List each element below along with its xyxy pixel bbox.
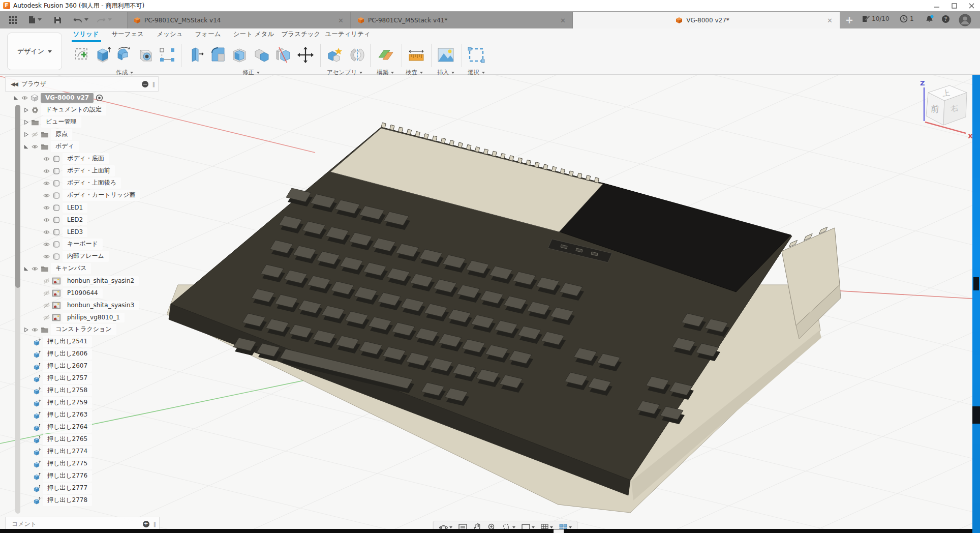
app-grid-icon[interactable] — [7, 14, 18, 25]
tree-item[interactable]: philips_vg8010_1 — [5, 311, 159, 323]
close-tab-icon[interactable]: ✕ — [336, 17, 345, 24]
press-pull-icon[interactable] — [187, 44, 206, 66]
undo-menu-caret[interactable] — [84, 18, 88, 21]
document-tab-3-active[interactable]: VG-8000 v27* ✕ — [573, 12, 840, 28]
collapse-panel-icon[interactable]: ◀◀ — [11, 81, 17, 87]
feature-item[interactable]: 押し出し2774 — [5, 446, 159, 458]
tree-item[interactable]: キーボード — [5, 238, 159, 250]
tree-item[interactable]: ボディ・上面後ろ — [5, 177, 159, 189]
tree-item[interactable]: LED2 — [5, 214, 159, 226]
panel-grip-icon[interactable]: ‖ — [152, 81, 156, 87]
panel-options-icon[interactable] — [142, 81, 148, 87]
visibility-eye-icon[interactable] — [31, 131, 39, 138]
revolve-icon[interactable] — [115, 44, 134, 66]
document-tab-2[interactable]: PC-9801CV_M5Stack v41* ✕ — [351, 12, 573, 28]
tree-item[interactable]: P1090644 — [5, 287, 159, 299]
visibility-eye-icon[interactable] — [43, 314, 50, 321]
visibility-eye-icon[interactable] — [21, 95, 28, 101]
create-sketch-icon[interactable] — [73, 44, 93, 66]
viewcube[interactable]: Z X 上 前 右 — [911, 76, 976, 153]
feature-item[interactable]: 押し出し2757 — [5, 372, 159, 384]
visibility-eye-icon[interactable] — [43, 192, 50, 199]
feature-item[interactable]: 押し出し2765 — [5, 433, 159, 446]
tree-item[interactable]: ボディ・底面 — [5, 153, 159, 165]
expand-arrow-icon[interactable] — [23, 327, 29, 333]
visibility-eye-icon[interactable] — [43, 156, 50, 162]
visibility-eye-icon[interactable] — [43, 229, 50, 235]
visibility-eye-icon[interactable] — [43, 290, 50, 297]
tree-item[interactable]: LED1 — [5, 201, 159, 214]
combine-icon[interactable] — [252, 44, 271, 66]
construction-plane-icon[interactable] — [376, 44, 395, 66]
feature-item[interactable]: 押し出し2606 — [5, 348, 159, 360]
feature-item[interactable]: 押し出し2763 — [5, 409, 159, 421]
tree-item[interactable]: ビュー管理 — [5, 116, 159, 128]
visibility-eye-icon[interactable] — [43, 241, 50, 248]
save-icon[interactable] — [52, 14, 63, 25]
document-tab-1[interactable]: PC-9801CV_M5Stack v14 ✕ — [127, 12, 351, 28]
redo-icon[interactable] — [96, 14, 107, 25]
extrude-icon[interactable] — [94, 44, 113, 66]
tree-item[interactable]: ドキュメントの設定 — [5, 104, 159, 116]
workspace-selector[interactable]: デザイン — [7, 33, 62, 70]
tree-item[interactable]: コンストラクション — [5, 323, 159, 336]
help-button[interactable]: ? — [941, 15, 950, 23]
expand-arrow-icon[interactable] — [13, 95, 19, 101]
feature-item[interactable]: 押し出し2778 — [5, 494, 159, 507]
feature-item[interactable]: 押し出し2758 — [5, 384, 159, 397]
visibility-eye-icon[interactable] — [43, 253, 50, 260]
fillet-icon[interactable] — [208, 44, 228, 66]
file-new-icon[interactable] — [26, 14, 38, 25]
job-status-button[interactable]: 10/10 — [862, 15, 890, 23]
browser-scrollbar-thumb[interactable] — [15, 105, 20, 288]
expand-arrow-icon[interactable] — [23, 266, 29, 272]
select-icon[interactable] — [467, 44, 486, 66]
redo-menu-caret[interactable] — [108, 18, 112, 21]
feature-item[interactable]: 押し出し2764 — [5, 421, 159, 433]
tree-item[interactable]: honbun_shita_syasin2 — [5, 275, 159, 287]
tree-root-component[interactable]: VG-8000 v27 — [5, 92, 159, 104]
feature-item[interactable]: 押し出し2777 — [5, 482, 159, 494]
tree-item[interactable]: LED3 — [5, 226, 159, 238]
feature-item[interactable]: 押し出し2541 — [5, 336, 159, 348]
insert-canvas-icon[interactable] — [436, 44, 455, 66]
expand-arrow-icon[interactable] — [23, 144, 29, 150]
feature-item[interactable]: 押し出し2607 — [5, 360, 159, 372]
visibility-eye-icon[interactable] — [43, 204, 50, 211]
maximize-button[interactable] — [945, 0, 963, 11]
activate-radio-icon[interactable] — [96, 94, 103, 102]
tree-item[interactable]: キャンバス — [5, 262, 159, 275]
tree-item[interactable]: ボディ・カートリッジ蓋 — [5, 189, 159, 201]
visibility-eye-icon[interactable] — [43, 302, 50, 309]
expand-arrow-icon[interactable] — [23, 132, 29, 137]
feature-item[interactable]: 押し出し2776 — [5, 470, 159, 482]
file-menu-caret[interactable] — [38, 18, 42, 21]
add-tab-button[interactable]: + — [844, 15, 855, 25]
pattern-icon[interactable] — [158, 44, 177, 66]
joint-icon[interactable] — [348, 44, 367, 66]
expand-arrow-icon[interactable] — [23, 107, 29, 113]
close-tab-icon[interactable]: ✕ — [559, 17, 567, 24]
feature-item[interactable]: 押し出し2759 — [5, 397, 159, 409]
undo-icon[interactable] — [72, 14, 83, 25]
account-button[interactable] — [959, 14, 971, 26]
visibility-eye-icon[interactable] — [43, 217, 50, 223]
tree-item[interactable]: honbun_shita_syasin3 — [5, 299, 159, 311]
history-button[interactable]: 1 — [900, 15, 914, 23]
visibility-eye-icon[interactable] — [43, 180, 50, 187]
close-tab-icon[interactable]: ✕ — [825, 17, 834, 24]
move-copy-icon[interactable] — [296, 44, 315, 66]
tree-item[interactable]: ボディ・上面前 — [5, 165, 159, 177]
measure-icon[interactable] — [407, 44, 426, 66]
visibility-eye-icon[interactable] — [31, 265, 39, 272]
notifications-button[interactable] — [925, 15, 934, 23]
visibility-eye-icon[interactable] — [43, 168, 50, 174]
close-button[interactable] — [963, 0, 980, 11]
ribbon-tab-utility[interactable]: ユーティリティ — [320, 30, 376, 39]
browser-scrollbar[interactable] — [15, 105, 20, 514]
comment-grip-icon[interactable]: ‖ — [154, 521, 157, 527]
expand-arrow-icon[interactable] — [23, 120, 29, 125]
visibility-eye-icon[interactable] — [31, 143, 39, 150]
visibility-eye-icon[interactable] — [31, 327, 39, 333]
shell-icon[interactable] — [230, 44, 249, 66]
